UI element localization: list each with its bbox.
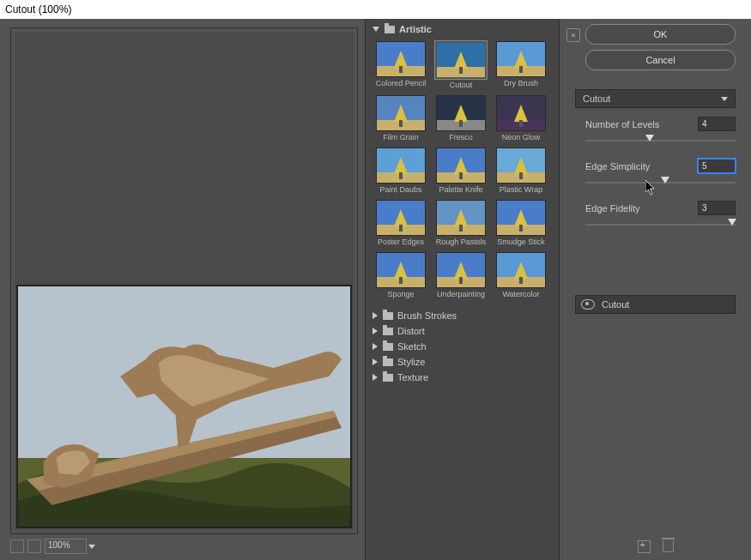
param-number-of-levels: Number of Levels 4 (585, 117, 736, 147)
category-sketch[interactable]: Sketch (372, 339, 559, 354)
cancel-button[interactable]: Cancel (585, 50, 736, 70)
filter-thumb-cutout[interactable]: Cutout (434, 41, 488, 93)
category-distort[interactable]: Distort (372, 323, 559, 339)
ok-button[interactable]: OK (585, 24, 736, 45)
filter-thumb-plastic-wrap[interactable]: Plastic Wrap (494, 148, 548, 197)
layer-name: Cutout (602, 299, 629, 310)
thumb-label: Paint Daubs (379, 185, 421, 194)
category-label: Sketch (397, 341, 427, 352)
slider-simplicity[interactable] (585, 177, 736, 189)
layers-footer (560, 538, 751, 555)
svg-rect-46 (519, 277, 523, 284)
window-title: Cutout (100%) (5, 3, 71, 15)
zoom-out-icon[interactable] (10, 539, 24, 553)
category-label: Distort (397, 326, 425, 336)
filter-thumb-rough-pastels[interactable]: Rough Pastels (434, 200, 488, 250)
category-label: Stylize (397, 357, 425, 367)
param-value: 3 (702, 203, 707, 213)
svg-rect-22 (399, 172, 403, 179)
zoom-value: 100% (48, 540, 70, 550)
preview-canvas[interactable] (15, 32, 354, 530)
param-label: Number of Levels (585, 119, 659, 129)
preview-frame (10, 27, 358, 534)
chevron-down-icon[interactable] (88, 545, 95, 549)
slider-levels[interactable] (585, 135, 736, 147)
folder-icon (383, 312, 393, 320)
filter-select-label: Cutout (583, 93, 610, 104)
thumb-label: Rough Pastels (436, 238, 487, 246)
layer-row[interactable]: Cutout (575, 295, 736, 314)
delete-effect-layer-icon[interactable] (663, 540, 674, 552)
filter-thumb-smudge-stick[interactable]: Smudge Stick (494, 200, 548, 250)
disclosure-right-icon (372, 374, 378, 381)
thumb-image (376, 252, 426, 288)
zoom-select[interactable]: 100% (45, 539, 87, 554)
disclosure-right-icon (372, 328, 378, 334)
filter-thumb-watercolor[interactable]: Watercolor (494, 252, 548, 302)
disclosure-right-icon (372, 343, 378, 350)
svg-rect-4 (399, 66, 403, 73)
filter-thumb-sponge[interactable]: Sponge (374, 252, 427, 302)
filter-thumb-neon-glow[interactable]: Neon Glow (494, 95, 548, 145)
collapse-toggle[interactable]: « (566, 28, 580, 42)
cancel-label: Cancel (645, 55, 675, 65)
thumb-image (496, 200, 546, 236)
filter-thumb-paint-daubs[interactable]: Paint Daubs (374, 148, 427, 197)
svg-rect-19 (519, 120, 523, 127)
thumb-image (376, 148, 426, 184)
thumb-label: Cutout (450, 81, 473, 89)
param-input-levels[interactable]: 4 (698, 117, 736, 131)
filter-thumb-poster-edges[interactable]: Poster Edges (374, 200, 427, 250)
filter-thumb-film-grain[interactable]: Film Grain (374, 95, 427, 145)
param-label: Edge Fidelity (585, 203, 640, 214)
slider-fidelity[interactable] (585, 219, 736, 231)
svg-rect-40 (399, 277, 403, 284)
category-label: Brush Strokes (397, 310, 457, 321)
thumb-image (496, 252, 546, 288)
thumb-image (496, 95, 546, 131)
filter-thumb-dry-brush[interactable]: Dry Brush (494, 41, 548, 93)
category-texture[interactable]: Texture (372, 370, 559, 385)
thumb-label: Smudge Stick (497, 238, 545, 246)
svg-rect-7 (459, 67, 463, 74)
thumb-label: Film Grain (383, 133, 419, 142)
thumb-label: Fresco (449, 133, 473, 142)
thumb-image (436, 200, 486, 236)
slider-knob[interactable] (728, 219, 736, 226)
svg-rect-28 (519, 172, 523, 179)
disclosure-right-icon (372, 358, 378, 365)
filter-thumb-colored-pencil[interactable]: Colored Pencil (374, 41, 427, 93)
slider-knob[interactable] (645, 135, 654, 142)
thumb-label: Dry Brush (504, 79, 538, 87)
chevron-down-icon (721, 97, 728, 101)
thumb-label: Watercolor (502, 290, 539, 298)
param-input-fidelity[interactable]: 3 (698, 201, 736, 215)
thumb-image (436, 252, 486, 288)
window-title-bar: Cutout (100%) (0, 0, 751, 20)
category-brush-strokes[interactable]: Brush Strokes (372, 308, 559, 323)
visibility-eye-icon[interactable] (581, 299, 595, 310)
thumb-label: Sponge (387, 290, 414, 298)
category-artistic-header[interactable]: Artistic (366, 19, 559, 36)
folder-icon (383, 358, 393, 366)
thumb-image (436, 95, 486, 131)
slider-knob[interactable] (661, 177, 669, 184)
filter-select[interactable]: Cutout (575, 89, 736, 108)
thumb-image (376, 95, 426, 131)
filter-thumb-underpainting[interactable]: Underpainting (434, 252, 488, 302)
zoom-in-icon[interactable] (27, 539, 41, 553)
thumb-label: Poster Edges (378, 238, 424, 246)
category-list: Brush StrokesDistortSketchStylizeTexture (366, 303, 559, 385)
preview-image (16, 285, 352, 528)
svg-rect-31 (399, 225, 403, 232)
thumb-label: Underpainting (437, 290, 485, 298)
category-stylize[interactable]: Stylize (372, 354, 559, 370)
filter-thumb-fresco[interactable]: Fresco (434, 95, 488, 145)
thumb-image (376, 41, 426, 77)
thumb-label: Neon Glow (502, 133, 541, 142)
parameters: Number of Levels 4 Edge Simplicity 5 Edg… (560, 108, 751, 231)
filter-thumb-palette-knife[interactable]: Palette Knife (434, 148, 488, 197)
new-effect-layer-icon[interactable] (638, 540, 651, 553)
param-input-simplicity[interactable]: 5 (698, 159, 736, 173)
preview-pane: 100% (0, 19, 365, 560)
